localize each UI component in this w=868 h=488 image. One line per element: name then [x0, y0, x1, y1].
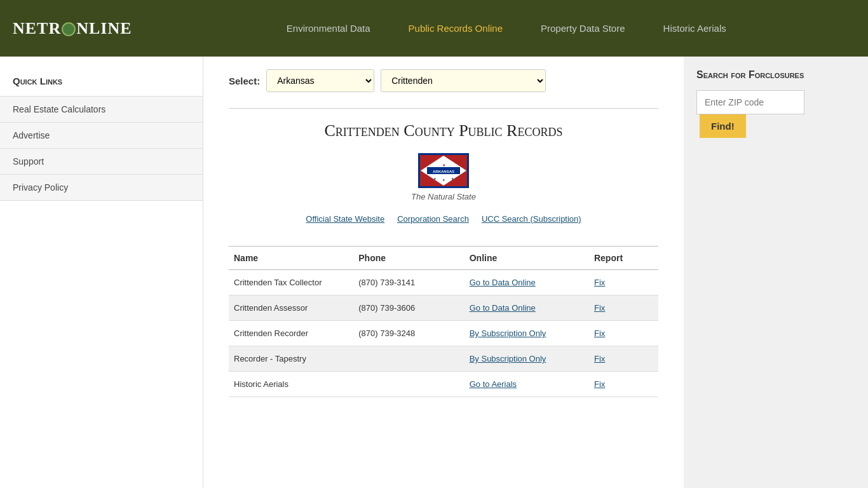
- cell-phone: (870) 739-3606: [353, 295, 464, 321]
- sidebar-item-privacy[interactable]: Privacy Policy: [0, 175, 203, 201]
- corporation-search-link[interactable]: Corporation Search: [397, 214, 469, 224]
- ucc-search-link[interactable]: UCC Search (Subscription): [482, 214, 581, 224]
- nav-historic-aerials[interactable]: Historic Aerials: [644, 23, 745, 34]
- cell-name: Recorder - Tapestry: [229, 346, 353, 372]
- cell-report[interactable]: Fix: [589, 270, 658, 295]
- cell-phone: [353, 346, 464, 372]
- sidebar-item-real-estate[interactable]: Real Estate Calculators: [0, 97, 203, 123]
- cell-name: Historic Aerials: [229, 372, 353, 397]
- globe-icon: [62, 22, 76, 36]
- table-body: Crittenden Tax Collector (870) 739-3141 …: [229, 270, 658, 397]
- state-select[interactable]: Arkansas: [266, 69, 374, 92]
- main-nav: Environmental Data Public Records Online…: [158, 23, 855, 34]
- foreclosure-search: Find!: [696, 90, 855, 138]
- content-divider: [229, 108, 658, 109]
- online-link[interactable]: By Subscription Only: [470, 354, 546, 363]
- report-link[interactable]: Fix: [594, 278, 605, 287]
- cell-phone: (870) 739-3248: [353, 321, 464, 346]
- cell-name: Crittenden Assessor: [229, 295, 353, 321]
- select-row: Select: Arkansas Crittenden: [229, 69, 658, 92]
- col-header-phone: Phone: [353, 247, 464, 270]
- find-button[interactable]: Find!: [700, 114, 746, 138]
- report-link[interactable]: Fix: [594, 379, 605, 389]
- cell-online[interactable]: By Subscription Only: [465, 321, 589, 346]
- page-title: Crittenden County Public Records: [229, 121, 658, 140]
- content-area: Select: Arkansas Crittenden Crittenden C…: [203, 57, 684, 488]
- state-links: Official State Website Corporation Searc…: [229, 214, 658, 224]
- report-link[interactable]: Fix: [594, 303, 605, 313]
- online-link[interactable]: Go to Data Online: [470, 303, 536, 313]
- col-header-report: Report: [589, 247, 658, 270]
- col-header-name: Name: [229, 247, 353, 270]
- official-state-website-link[interactable]: Official State Website: [306, 214, 384, 224]
- cell-online[interactable]: Go to Aerials: [465, 372, 589, 397]
- report-link[interactable]: Fix: [594, 329, 605, 338]
- right-sidebar: Search for Forclosures Find!: [684, 57, 868, 488]
- sidebar-item-support[interactable]: Support: [0, 149, 203, 175]
- logo-area: NETRNLINE: [13, 19, 132, 38]
- records-table: Name Phone Online Report Crittenden Tax …: [229, 246, 658, 397]
- cell-report[interactable]: Fix: [589, 321, 658, 346]
- table-row: Historic Aerials Go to Aerials Fix: [229, 372, 658, 397]
- nav-property-data[interactable]: Property Data Store: [522, 23, 644, 34]
- foreclosure-title: Search for Forclosures: [696, 69, 855, 81]
- report-link[interactable]: Fix: [594, 354, 605, 363]
- state-flag-image: ARKANSAS ★ ★ ★ ★: [418, 153, 469, 188]
- cell-online[interactable]: By Subscription Only: [465, 346, 589, 372]
- online-link[interactable]: Go to Data Online: [470, 278, 536, 287]
- state-motto: The Natural State: [411, 192, 476, 201]
- cell-phone: [353, 372, 464, 397]
- sidebar-title: Quick Links: [0, 69, 203, 97]
- sidebar: Quick Links Real Estate Calculators Adve…: [0, 57, 203, 488]
- zip-input[interactable]: [696, 90, 804, 114]
- table-row: Recorder - Tapestry By Subscription Only…: [229, 346, 658, 372]
- table-row: Crittenden Recorder (870) 739-3248 By Su…: [229, 321, 658, 346]
- state-flag-area: ARKANSAS ★ ★ ★ ★ The Natural State: [229, 153, 658, 201]
- online-link[interactable]: Go to Aerials: [470, 379, 517, 389]
- table-row: Crittenden Assessor (870) 739-3606 Go to…: [229, 295, 658, 321]
- sidebar-item-advertise[interactable]: Advertise: [0, 123, 203, 149]
- select-label: Select:: [229, 76, 260, 86]
- cell-online[interactable]: Go to Data Online: [465, 295, 589, 321]
- cell-report[interactable]: Fix: [589, 372, 658, 397]
- header: NETRNLINE Environmental Data Public Reco…: [0, 0, 868, 57]
- cell-phone: (870) 739-3141: [353, 270, 464, 295]
- col-header-online: Online: [465, 247, 589, 270]
- table-row: Crittenden Tax Collector (870) 739-3141 …: [229, 270, 658, 295]
- cell-name: Crittenden Tax Collector: [229, 270, 353, 295]
- logo[interactable]: NETRNLINE: [13, 19, 132, 38]
- nav-public-records[interactable]: Public Records Online: [390, 23, 522, 34]
- cell-report[interactable]: Fix: [589, 295, 658, 321]
- online-link[interactable]: By Subscription Only: [470, 329, 546, 338]
- county-select[interactable]: Crittenden: [381, 69, 546, 92]
- main-layout: Quick Links Real Estate Calculators Adve…: [0, 57, 868, 488]
- cell-online[interactable]: Go to Data Online: [465, 270, 589, 295]
- nav-environmental-data[interactable]: Environmental Data: [268, 23, 390, 34]
- cell-report[interactable]: Fix: [589, 346, 658, 372]
- cell-name: Crittenden Recorder: [229, 321, 353, 346]
- svg-text:ARKANSAS: ARKANSAS: [433, 170, 454, 173]
- svg-text:★: ★: [442, 163, 445, 167]
